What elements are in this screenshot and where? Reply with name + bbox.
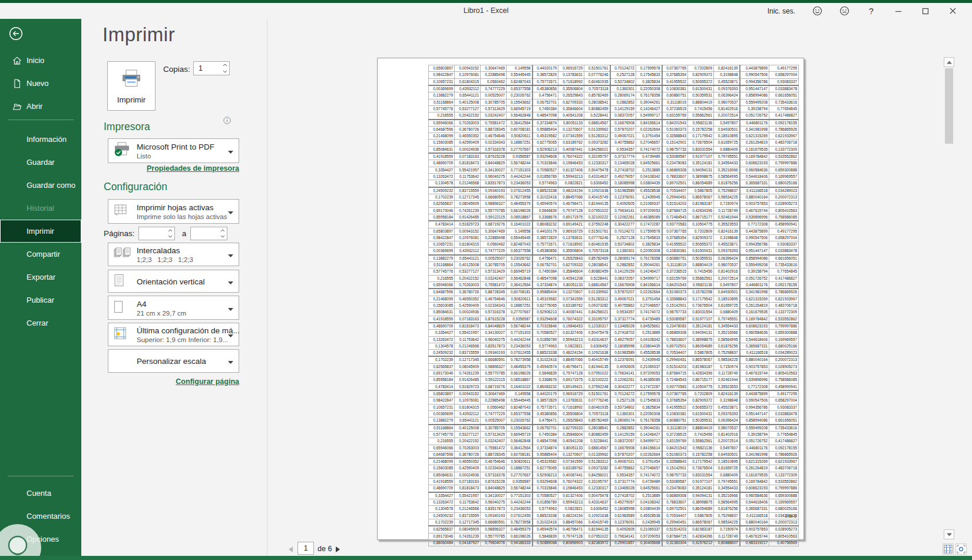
copies-input[interactable] [194, 62, 220, 75]
page-number-stepper[interactable] [297, 542, 314, 555]
sidebar-item-nuevo[interactable]: Nuevo [0, 72, 81, 95]
table-cell: 0,70534407 [662, 512, 688, 519]
sidebar-item-guardar-como[interactable]: Guardar como [0, 174, 81, 197]
table-cell: 0,13270607 [558, 126, 584, 132]
minimize-icon[interactable] [885, 3, 912, 19]
table-cell: 0,51168864 [429, 99, 455, 105]
sidebar-item-inicio[interactable]: Inicio [0, 49, 81, 72]
table-cell: 0,61500431 [688, 248, 714, 255]
chevron-down-icon [228, 356, 233, 366]
table-cell: 0,96916729 [558, 228, 584, 234]
table-cell: 0,40541208 [558, 275, 584, 281]
scrollbar-up-icon[interactable] [944, 57, 954, 67]
table-cell: 0,55862561 [688, 275, 714, 281]
pages-to-input[interactable] [191, 227, 217, 240]
table-cell: 0,133772309 [769, 146, 799, 153]
pages-to-stepper[interactable] [190, 227, 227, 240]
table-cell: 0,79745551 [714, 316, 740, 323]
table-cell: 0,07951022 [584, 207, 610, 214]
table-cell: 0,621315269 [740, 458, 769, 465]
info-icon[interactable] [223, 116, 231, 124]
margins-select[interactable]: Última configuración de má... Superior: … [108, 323, 239, 346]
table-cell: 0,66198026 [507, 533, 533, 539]
next-page-icon[interactable] [334, 545, 342, 553]
table-cell: 0,14246427 [636, 105, 662, 112]
pages-from-stepper[interactable] [138, 227, 175, 240]
help-icon[interactable]: ? [858, 3, 885, 19]
previous-page-icon[interactable] [287, 545, 296, 553]
paper-size-select[interactable]: A4 21 cm x 29,7 cm [108, 296, 239, 320]
table-cell: 0,06752701 [533, 425, 558, 432]
table-cell: 0,51283312 [584, 296, 610, 302]
table-cell: 0,40087441 [558, 309, 584, 316]
copies-down-icon[interactable] [220, 68, 229, 75]
table-cell: 0,93770583 [662, 383, 688, 390]
table-cell: 0,608623193 [740, 323, 769, 330]
table-cell: 0,64930501 [714, 126, 740, 132]
sidebar-item-label: Historial [27, 204, 54, 213]
table-cell: 0,88523338 [533, 512, 558, 519]
sidebar-item-exportar[interactable]: Exportar [0, 266, 81, 289]
table-cell: 0,15543662 [507, 99, 533, 105]
show-margins-icon[interactable] [943, 544, 954, 555]
sidebar-item-cuenta[interactable]: Cuenta [0, 482, 81, 505]
printer-properties-link[interactable]: Propiedades de impresora [121, 164, 239, 173]
print-button[interactable]: Imprimir [107, 61, 156, 111]
table-cell: 0,51060373 [662, 126, 688, 132]
printer-select[interactable]: Microsoft Print to PDF Listo [108, 138, 239, 163]
pages-from-input[interactable] [139, 227, 165, 240]
orientation-select[interactable]: Orientación vertical [108, 270, 239, 293]
pages-to-up-icon[interactable] [218, 227, 227, 234]
table-cell: 0,9534357 [610, 146, 636, 153]
page-number-input[interactable] [298, 542, 313, 554]
table-cell: 0,13882279 [429, 417, 455, 425]
sidebar-item-cerrar[interactable]: Cerrar [0, 312, 81, 334]
scrollbar-down-icon[interactable] [944, 529, 954, 539]
table-cell: 0,77172308 [740, 383, 769, 390]
table-cell: 0,45319582 [533, 296, 558, 302]
table-cell: 0,74174072 [636, 309, 662, 316]
print-what-select[interactable]: Imprimir hojas activas Imprime solo las … [108, 199, 239, 224]
table-cell: 0,75581472 [481, 282, 507, 289]
table-cell: 0,20072514 [714, 275, 740, 281]
table-cell: 0,4739489 [636, 153, 662, 160]
copies-up-icon[interactable] [220, 62, 229, 68]
table-cell: 0,57313429 [481, 431, 507, 438]
sidebar-item-imprimir[interactable]: Imprimir [0, 220, 81, 243]
zoom-to-page-icon[interactable] [956, 544, 967, 555]
table-cell: 0,411166518 [740, 187, 769, 194]
sidebar-item-compartir[interactable]: Compartir [0, 243, 81, 266]
page-setup-link[interactable]: Configurar página [151, 377, 239, 386]
table-cell: 0,3198848 [714, 72, 740, 78]
feedback-frown-icon[interactable] [831, 3, 858, 19]
table-cell: 0,3354427 [429, 167, 455, 173]
open-folder-icon [12, 101, 22, 112]
sidebar-item-label: Compartir [27, 250, 60, 259]
sign-in-button[interactable]: Inic. ses. [765, 3, 804, 19]
sidebar-item-guardar[interactable]: Guardar [0, 151, 81, 174]
table-cell: 0,50820611 [507, 296, 533, 302]
table-cell: 0,1702239 [429, 519, 455, 526]
copies-stepper[interactable] [193, 61, 230, 75]
scaling-select[interactable]: Personalizar escala [108, 349, 239, 373]
table-cell: 0,43932112 [455, 410, 481, 417]
sidebar-item-abrir[interactable]: Abrir [0, 95, 81, 118]
table-cell: 0,93294608 [533, 153, 558, 160]
table-cell: 0,00024936 [455, 146, 481, 153]
sidebar-item-publicar[interactable]: Publicar [0, 289, 81, 312]
table-cell: 0,2882852 [610, 262, 636, 269]
pages-from-down-icon[interactable] [166, 234, 174, 240]
table-cell: 0,53734802 [610, 241, 636, 248]
scrollbar-thumb[interactable] [945, 68, 953, 144]
pages-from-up-icon[interactable] [166, 227, 174, 234]
collation-select[interactable]: Intercaladas 1;2;3 1;2;3 1;2;3 [108, 243, 239, 266]
table-cell: 0,80051133 [558, 445, 584, 451]
portrait-page-icon [114, 274, 124, 289]
close-icon[interactable] [939, 3, 966, 19]
maximize-icon[interactable] [912, 3, 939, 19]
back-arrow-icon[interactable] [9, 26, 23, 41]
table-cell: 0,51060373 [662, 451, 688, 458]
sidebar-item-informacion[interactable]: Información [0, 128, 81, 151]
feedback-smile-icon[interactable] [804, 3, 831, 19]
pages-to-down-icon[interactable] [218, 234, 227, 240]
